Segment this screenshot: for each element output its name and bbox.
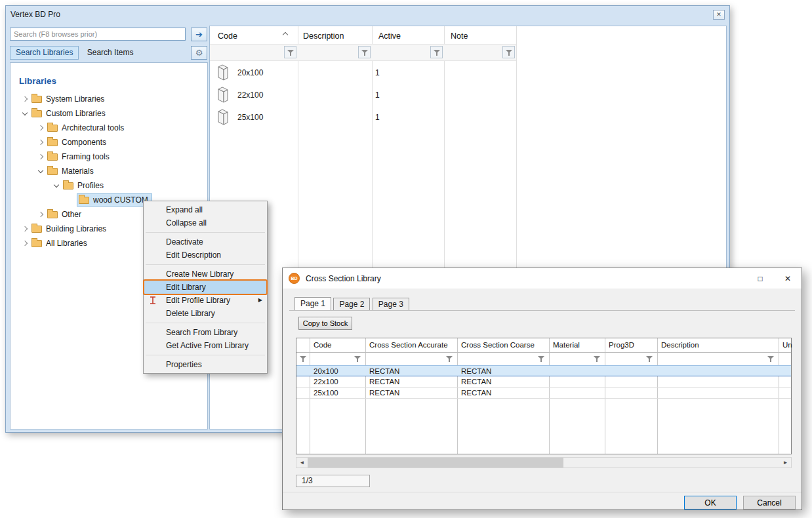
tree-item-custom-libraries[interactable]: Custom Libraries — [10, 106, 207, 121]
tree-item-profiles[interactable]: Profiles — [10, 178, 207, 193]
tree-item-framing-tools[interactable]: Framing tools — [10, 149, 207, 164]
filter-funnel-coarse[interactable] — [537, 355, 545, 363]
cell-accurate: RECTAN — [369, 367, 399, 376]
funnel-icon — [505, 49, 513, 56]
filter-funnel-prog3d[interactable] — [645, 355, 653, 363]
tree-item-architectural-tools[interactable]: Architectural tools — [10, 121, 207, 135]
chevron-right-icon[interactable] — [20, 97, 30, 101]
chevron-down-icon[interactable] — [51, 184, 62, 187]
filter-funnel-material[interactable] — [593, 355, 601, 363]
chevron-right-icon[interactable] — [35, 155, 46, 159]
chevron-down-icon[interactable] — [20, 112, 30, 115]
cell-code: 25x100 — [314, 388, 338, 398]
folder-icon — [47, 153, 58, 161]
cell-code: 22x100 — [237, 90, 263, 100]
tab-page-3[interactable]: Page 3 — [373, 298, 409, 311]
chevron-right-icon[interactable] — [20, 227, 30, 231]
menu-separator — [146, 355, 265, 355]
cell-code: 22x100 — [314, 377, 338, 387]
chevron-right-icon[interactable] — [35, 126, 46, 130]
cell-code: 25x100 — [237, 113, 263, 122]
menu-item-properties[interactable]: Properties — [144, 358, 267, 371]
gear-icon[interactable]: ⚙ — [191, 46, 207, 60]
filter-funnel-active[interactable] — [430, 46, 443, 58]
menu-item-expand-all[interactable]: Expand all — [144, 203, 267, 216]
menu-item-edit-description[interactable]: Edit Description — [144, 249, 267, 262]
scrollbar-thumb[interactable] — [308, 458, 563, 468]
sort-ascending-icon — [283, 32, 288, 37]
column-header-unit[interactable]: Un — [782, 341, 792, 349]
menu-item-edit-profile-library[interactable]: Edit Profile Library ▶ — [144, 294, 267, 307]
scroll-right-icon[interactable]: ► — [780, 458, 791, 468]
grid-row-22x100[interactable]: 22x100 1 — [210, 84, 516, 106]
folder-icon — [47, 211, 58, 218]
horizontal-scrollbar[interactable]: ◄ ► — [296, 457, 792, 468]
filter-funnel-selector[interactable] — [299, 355, 307, 363]
context-menu: Expand all Collapse all Deactivate Edit … — [143, 201, 268, 374]
tree-item-label: System Libraries — [46, 94, 104, 104]
tree-item-components[interactable]: Components — [10, 135, 207, 149]
dialog-titlebar[interactable]: BD Cross Section Library □ ✕ — [283, 268, 802, 289]
column-header-cross-section-coarse[interactable]: Cross Section Coarse — [461, 341, 535, 349]
column-header-prog3d[interactable]: Prog3D — [609, 341, 634, 349]
tab-search-libraries[interactable]: Search Libraries — [10, 46, 79, 60]
button-area-divider — [283, 492, 802, 492]
filter-funnel-note[interactable] — [502, 46, 515, 58]
dialog-title: Cross Section Library — [306, 274, 381, 283]
filter-funnel-code[interactable] — [284, 46, 296, 58]
funnel-icon — [287, 49, 294, 56]
column-header-code[interactable]: Code — [218, 31, 237, 41]
column-header-active[interactable]: Active — [378, 31, 401, 41]
ok-button[interactable]: OK — [684, 496, 737, 509]
funnel-icon — [361, 49, 369, 56]
copy-to-stock-button[interactable]: Copy to Stock — [298, 317, 352, 330]
chevron-right-icon[interactable] — [35, 140, 46, 144]
chevron-right-icon[interactable] — [20, 241, 30, 245]
tab-page-2[interactable]: Page 2 — [333, 298, 370, 311]
grid-row-25x100[interactable]: 25x100 1 — [210, 106, 516, 129]
grid-row-20x100[interactable]: 20x100 1 — [210, 62, 516, 84]
dialog-row-22x100[interactable]: 22x100 RECTAN RECTAN — [296, 376, 791, 388]
filter-funnel-description[interactable] — [767, 355, 775, 363]
tree-item-label: Architectural tools — [62, 123, 124, 132]
column-header-description[interactable]: Description — [661, 341, 699, 349]
menu-item-delete-library[interactable]: Delete Library — [144, 307, 267, 320]
chevron-down-icon[interactable] — [35, 170, 46, 172]
close-icon[interactable]: ✕ — [713, 10, 725, 20]
dialog-row-25x100[interactable]: 25x100 RECTAN RECTAN — [296, 388, 791, 399]
dialog-row-20x100[interactable]: 20x100 RECTAN RECTAN — [296, 365, 791, 376]
chevron-right-icon[interactable] — [35, 212, 46, 216]
filter-funnel-code[interactable] — [354, 355, 361, 363]
menu-item-edit-library[interactable]: Edit Library — [144, 281, 267, 294]
column-header-note[interactable]: Note — [451, 31, 468, 41]
main-window-titlebar[interactable]: Vertex BD Pro ✕ — [6, 6, 729, 23]
tree-item-label: Building Libraries — [46, 224, 106, 233]
column-header-description[interactable]: Description — [303, 31, 344, 41]
menu-separator — [146, 323, 265, 323]
search-go-button[interactable]: ➔ — [191, 28, 207, 41]
column-header-material[interactable]: Material — [553, 341, 580, 349]
scroll-left-icon[interactable]: ◄ — [296, 458, 308, 468]
filter-funnel-description[interactable] — [358, 46, 371, 58]
tab-search-items[interactable]: Search Items — [81, 46, 140, 60]
close-icon[interactable]: ✕ — [774, 268, 802, 289]
column-header-code[interactable]: Code — [314, 341, 332, 349]
tree-item-materials[interactable]: Materials — [10, 164, 207, 178]
filter-funnel-accurate[interactable] — [445, 355, 453, 363]
menu-item-create-new-library[interactable]: Create New Library — [144, 268, 267, 281]
search-input[interactable] — [10, 28, 186, 41]
tree-item-label: Profiles — [77, 181, 104, 190]
tree-item-label: All Libraries — [46, 239, 87, 248]
column-header-cross-section-accurate[interactable]: Cross Section Accurate — [369, 341, 448, 349]
menu-item-collapse-all[interactable]: Collapse all — [144, 216, 267, 229]
tree-item-label: wood CUSTOM — [93, 195, 148, 205]
menu-item-search-from-library[interactable]: Search From Library — [144, 326, 267, 339]
tab-page-1[interactable]: Page 1 — [294, 297, 331, 311]
cancel-button[interactable]: Cancel — [743, 496, 796, 509]
maximize-icon[interactable]: □ — [746, 268, 774, 289]
header-divider — [296, 352, 791, 353]
tree-item-system-libraries[interactable]: System Libraries — [10, 92, 207, 106]
menu-item-get-active-from-library[interactable]: Get Active From Library — [144, 339, 267, 352]
menu-item-deactivate[interactable]: Deactivate — [144, 235, 267, 249]
arrow-right-icon: ➔ — [195, 30, 203, 39]
